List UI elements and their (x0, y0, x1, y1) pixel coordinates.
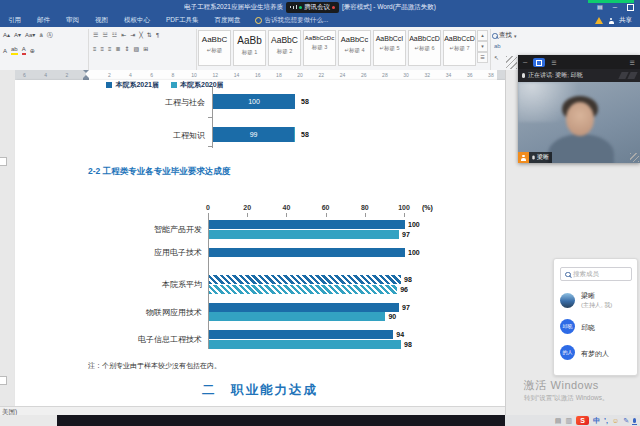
ruler-mark: 20 (295, 72, 305, 78)
paragraph-mark-icon[interactable]: ¶ (156, 31, 159, 39)
document-title: 电子工程系2021应届毕业生培养质 (184, 3, 283, 12)
increase-indent-icon[interactable]: ⇥ (130, 31, 135, 39)
ime-mode-icon[interactable]: 中 (593, 415, 600, 426)
meeting-video-window[interactable]: ─ ☰ ☰ 正在讲话: 梁晰; 邱晓 梁晰 (518, 55, 640, 163)
ruler-mark: 6 (20, 72, 30, 78)
char-shading-icon[interactable]: A (3, 47, 7, 55)
asian-layout-icon[interactable]: ╳ (139, 31, 143, 39)
style-card[interactable]: AaBbCc↵标题 4 (338, 30, 371, 66)
sort-icon[interactable]: ⇅ (147, 31, 152, 39)
read-view-icon[interactable]: ▤ (555, 415, 562, 426)
value-label-2021: 94 (396, 331, 404, 338)
change-case-icon[interactable]: Aa▾ (25, 31, 35, 39)
char-border-icon[interactable]: Ⓐ (47, 31, 53, 39)
multilevel-list-icon[interactable]: ☳ (112, 31, 117, 39)
member-detail: (主持人, 我) (581, 301, 612, 310)
layout-icon[interactable] (533, 58, 545, 67)
line-spacing-icon[interactable]: ⇕ (125, 45, 130, 53)
grow-font-icon[interactable]: A▴ (3, 31, 10, 39)
ruler-mark: 18 (274, 72, 284, 78)
paragraph-group-row2: ≡≡≡≣⇕▨⊞ (93, 45, 148, 53)
style-label: ↵标题 6 (409, 45, 440, 52)
ribbon-tab[interactable]: 百度网盘 (207, 16, 249, 25)
sidebar-toggle-icon[interactable]: ☰ (630, 59, 635, 66)
meeting-chip-label: 腾讯会议 (304, 3, 330, 12)
minimize-icon[interactable]: ─ (523, 59, 527, 65)
member-name: 邱晓 (581, 323, 595, 333)
restore-icon[interactable] (627, 4, 634, 11)
ruler-mark: 30 (401, 72, 411, 78)
highlight-icon[interactable]: ab (11, 45, 18, 55)
ruler-mark: 8 (168, 72, 178, 78)
select-icon[interactable]: ↖ (494, 54, 499, 61)
phonetic-guide-icon[interactable]: ǎ (39, 31, 42, 39)
value-label-2021: 98 (404, 276, 412, 283)
sogou-logo-icon[interactable]: S (576, 416, 589, 425)
ribbon-tab[interactable]: 审阅 (58, 16, 87, 25)
enclose-char-icon[interactable]: ⊕ (30, 47, 35, 55)
menu-icon[interactable]: ☰ (551, 59, 556, 66)
share-person-icon (608, 18, 614, 24)
ribbon-tab[interactable]: 模板中心 (116, 16, 158, 25)
share-button[interactable]: 共享 (619, 16, 632, 25)
x-tick-label: 100 (394, 204, 414, 211)
numbering-icon[interactable]: ☱ (102, 31, 107, 39)
borders-icon[interactable]: ⊞ (143, 45, 148, 53)
gallery-down-icon[interactable]: ▾ (477, 41, 488, 52)
indent-marker[interactable] (83, 70, 89, 80)
tencent-meeting-chip[interactable]: 腾讯会议 (286, 2, 339, 13)
align-center-icon[interactable]: ≡ (101, 45, 105, 53)
style-card[interactable]: AaBb标题 1 (233, 30, 266, 66)
category-label: 应用电子技术 (55, 247, 202, 258)
shrink-font-icon[interactable]: A▾ (14, 31, 21, 39)
mic-icon[interactable] (633, 418, 636, 423)
align-left-icon[interactable]: ≡ (93, 45, 97, 53)
font-group-row1: A▴A▾Aa▾ǎⒶ (3, 31, 53, 39)
shading-icon[interactable]: ▨ (134, 45, 140, 53)
ribbon-tab[interactable]: 邮件 (29, 16, 58, 25)
titlebar-right-actions: 共享 (595, 14, 632, 27)
legend-swatch-icon (106, 82, 112, 88)
style-card[interactable]: AaBbCcD↵标题 7 (443, 30, 476, 66)
punctuation-icon[interactable]: ’, (604, 415, 608, 426)
style-card[interactable]: AaBbCcDc标题 3 (303, 30, 336, 66)
decrease-indent-icon[interactable]: ⇤ (121, 31, 126, 39)
font-group-row2: AabA⊕ (3, 45, 35, 55)
ruler-mark: 10 (189, 72, 199, 78)
gallery-more-icon[interactable]: ☰ (477, 52, 488, 63)
style-preview: AaBbCcDc (304, 35, 335, 41)
ribbon-tab[interactable]: PDF工具集 (158, 16, 207, 25)
find-button[interactable]: 查找 ▾ (492, 31, 517, 40)
font-color-icon[interactable]: A (22, 45, 26, 55)
pencil-icon[interactable]: ✎ (623, 415, 629, 426)
resize-handle[interactable] (506, 56, 517, 69)
replace-icon[interactable]: ab (494, 43, 501, 49)
ribbon-tab[interactable]: 引用 (0, 16, 29, 25)
ribbon-tab[interactable]: 视图 (87, 16, 116, 25)
document-page[interactable]: 工程与社会10058工程知识9958 2-2 工程类专业各专业毕业要求达成度 本… (15, 80, 505, 406)
style-card[interactable]: AaBbCcD↵标题 6 (408, 30, 441, 66)
ruler-mark: 6 (147, 72, 157, 78)
member-row[interactable]: 梁晰(主持人, 我) (560, 289, 634, 313)
justify-icon[interactable]: ≣ (116, 45, 121, 53)
search-members-input[interactable]: 搜索成员 (560, 267, 632, 281)
style-label: ↵标题 (199, 47, 230, 54)
ruler-mark: 4 (126, 72, 136, 78)
activation-warning-icon[interactable] (595, 17, 603, 24)
gallery-up-icon[interactable]: ▴ (477, 30, 488, 41)
style-card[interactable]: AaBbC标题 2 (268, 30, 301, 66)
member-row[interactable]: 的人有梦的人 (560, 341, 634, 365)
tell-me-box[interactable]: 告诉我您想要做什么... (255, 16, 329, 25)
emoji-icon[interactable]: ☺ (612, 415, 619, 426)
avatar-placeholder-icon (518, 152, 529, 163)
align-right-icon[interactable]: ≡ (108, 45, 112, 53)
meeting-members-panel: 搜索成员 梁晰(主持人, 我)邱晓邱晓的人有梦的人 (553, 258, 638, 376)
participant-video (518, 82, 640, 163)
bullets-icon[interactable]: ☰ (93, 31, 98, 39)
style-card[interactable]: AaBbC↵标题 (198, 30, 231, 66)
resize-handle[interactable] (630, 153, 639, 162)
category-label: 智能产品开发 (55, 224, 202, 235)
print-layout-view-icon[interactable]: ▥ (565, 415, 572, 426)
member-row[interactable]: 邱晓邱晓 (560, 315, 634, 339)
style-card[interactable]: AaBbCcI↵标题 5 (373, 30, 406, 66)
